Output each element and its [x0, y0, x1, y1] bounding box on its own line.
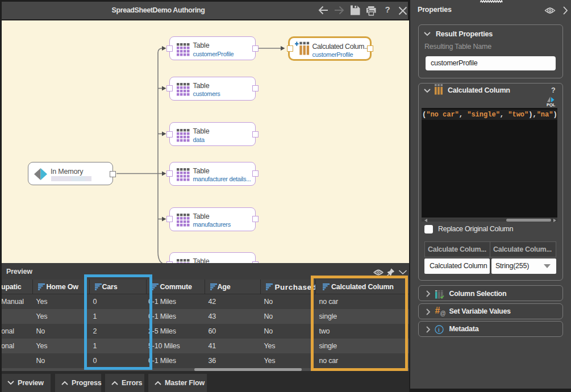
- svg-text:i: i: [438, 327, 440, 333]
- svg-text:PQL: PQL: [547, 102, 556, 107]
